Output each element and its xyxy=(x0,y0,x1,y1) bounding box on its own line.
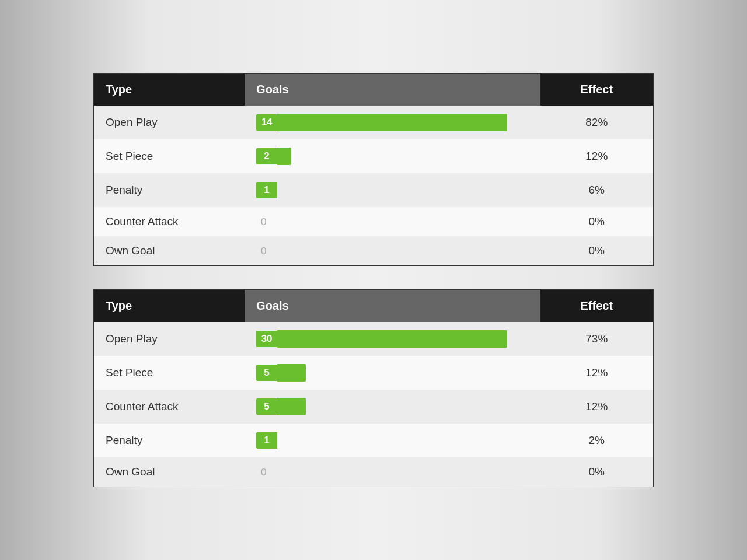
bar-value-label: 30 xyxy=(256,331,277,347)
bar-value-label: 2 xyxy=(256,148,277,164)
effect-header: Effect xyxy=(540,74,654,106)
bar-wrapper: 1 xyxy=(256,432,528,449)
goals-cell: 14 xyxy=(245,106,540,139)
bar-fill xyxy=(277,114,507,131)
bar-wrapper: 30 xyxy=(256,330,528,348)
effect-cell: 82% xyxy=(540,106,654,139)
goals-cell: 1 xyxy=(245,424,540,457)
type-header: Type xyxy=(94,290,245,323)
zero-value: 0 xyxy=(256,464,271,480)
zero-value: 0 xyxy=(256,243,271,259)
type-cell: Own Goal xyxy=(94,457,245,487)
effect-cell: 12% xyxy=(540,390,654,424)
type-cell: Set Piece xyxy=(94,356,245,390)
effect-cell: 6% xyxy=(540,173,654,207)
bar-fill xyxy=(277,148,291,165)
goals-cell: 30 xyxy=(245,322,540,356)
goals-header: Goals xyxy=(245,290,540,323)
bar-fill xyxy=(277,364,306,382)
bar-wrapper: 14 xyxy=(256,114,528,131)
table-row: Penalty12% xyxy=(94,424,654,457)
bar-value-label: 5 xyxy=(256,398,277,415)
effect-cell: 12% xyxy=(540,139,654,173)
type-cell: Set Piece xyxy=(94,139,245,173)
bar-value-label: 1 xyxy=(256,432,277,449)
bar-value-label: 5 xyxy=(256,365,277,381)
goals-cell: 5 xyxy=(245,390,540,424)
effect-cell: 0% xyxy=(540,207,654,236)
effect-cell: 0% xyxy=(540,236,654,266)
table-row: Open Play3073% xyxy=(94,322,654,356)
type-cell: Penalty xyxy=(94,173,245,207)
table-row: Counter Attack512% xyxy=(94,390,654,424)
table-row: Open Play1482% xyxy=(94,106,654,139)
goals-cell: 1 xyxy=(245,173,540,207)
goals-cell: 0 xyxy=(245,207,540,236)
effect-cell: 12% xyxy=(540,356,654,390)
bar-fill xyxy=(277,398,306,415)
goals-header: Goals xyxy=(245,74,540,106)
effect-cell: 2% xyxy=(540,424,654,457)
bar-wrapper: 2 xyxy=(256,148,528,165)
goals-cell: 0 xyxy=(245,236,540,266)
stats-table-1: TypeGoalsEffectOpen Play1482%Set Piece21… xyxy=(93,73,654,266)
type-cell: Own Goal xyxy=(94,236,245,266)
stats-table-2: TypeGoalsEffectOpen Play3073%Set Piece51… xyxy=(93,289,654,487)
table-row: Own Goal00% xyxy=(94,457,654,487)
type-cell: Open Play xyxy=(94,106,245,139)
type-cell: Penalty xyxy=(94,424,245,457)
bar-wrapper: 5 xyxy=(256,398,528,415)
zero-value: 0 xyxy=(256,214,271,230)
bar-fill xyxy=(277,330,507,348)
table-row: Set Piece212% xyxy=(94,139,654,173)
table-row: Penalty16% xyxy=(94,173,654,207)
effect-header: Effect xyxy=(540,290,654,323)
bar-wrapper: 1 xyxy=(256,181,528,199)
table-row: Counter Attack00% xyxy=(94,207,654,236)
table-row: Own Goal00% xyxy=(94,236,654,266)
table-row: Set Piece512% xyxy=(94,356,654,390)
type-cell: Counter Attack xyxy=(94,207,245,236)
goals-cell: 0 xyxy=(245,457,540,487)
bar-value-label: 14 xyxy=(256,114,277,131)
type-header: Type xyxy=(94,74,245,106)
type-cell: Open Play xyxy=(94,322,245,356)
effect-cell: 73% xyxy=(540,322,654,356)
bar-wrapper: 5 xyxy=(256,364,528,382)
goals-cell: 2 xyxy=(245,139,540,173)
effect-cell: 0% xyxy=(540,457,654,487)
tables-container: TypeGoalsEffectOpen Play1482%Set Piece21… xyxy=(93,73,654,487)
bar-value-label: 1 xyxy=(256,182,277,198)
goals-cell: 5 xyxy=(245,356,540,390)
type-cell: Counter Attack xyxy=(94,390,245,424)
